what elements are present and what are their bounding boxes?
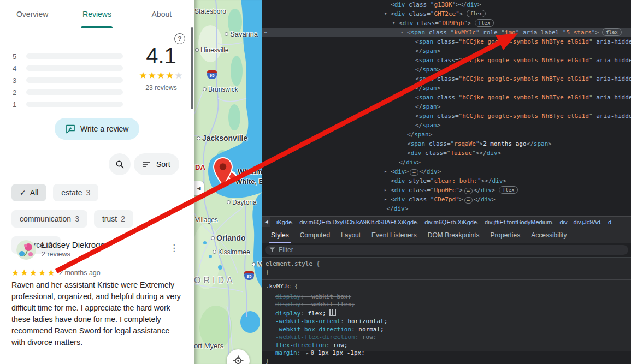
tab-overview[interactable]: Overview xyxy=(0,0,64,28)
histogram-row[interactable]: 4 xyxy=(13,62,123,74)
tab-reviews[interactable]: Reviews xyxy=(64,0,129,28)
breadcrumb-scroll-left-icon[interactable]: ◀ xyxy=(262,217,270,227)
avatar[interactable] xyxy=(16,240,36,260)
panel-scrollbar[interactable] xyxy=(191,27,193,109)
dom-node[interactable]: <div class="Tuisuc"></div> xyxy=(262,148,631,158)
review-author-meta: 2 reviews xyxy=(42,250,70,258)
help-icon[interactable]: ? xyxy=(174,33,185,44)
breadcrumb-item[interactable]: div.m6QErb.XiKgde. xyxy=(424,219,479,225)
divider xyxy=(0,148,194,148)
map-pin-cluster[interactable] xyxy=(210,157,238,192)
dom-node[interactable]: ▾<div class="DU9Pgb">flex xyxy=(262,19,631,28)
dom-node[interactable]: <span class="hCCjke google-symbols NhBTy… xyxy=(262,93,631,102)
dom-node[interactable]: </span> xyxy=(262,46,631,56)
dom-node[interactable]: </div> xyxy=(262,204,631,213)
css-property[interactable]: display: -webkit-box; xyxy=(266,293,631,301)
map-label: DA xyxy=(195,163,205,171)
screenshot-stage: OverviewReviewsAbout ? 54321 4.1 ★★★★★ 2… xyxy=(0,0,631,364)
devtools-tab-computed[interactable]: Computed xyxy=(294,227,335,243)
review-more-menu-icon[interactable]: ⋮ xyxy=(169,243,179,253)
css-property[interactable]: -webkit-flex-direction: row; xyxy=(266,333,631,342)
flex-badge[interactable]: flex xyxy=(602,28,622,36)
rate-review-icon xyxy=(66,124,75,134)
dom-node[interactable]: <span class="hCCjke google-symbols NhBTy… xyxy=(262,37,631,46)
breadcrumb-item[interactable]: div.m6QErb.DxyBCb.kA9KIf.dS8AEf.XiKgde. xyxy=(299,219,418,225)
histogram-row[interactable]: 5 xyxy=(13,50,123,62)
css-property[interactable]: -webkit-box-direction: normal; xyxy=(266,326,631,334)
chip-estate[interactable]: estate3 xyxy=(53,184,98,201)
rule-selector: .kvMYJc xyxy=(266,283,291,290)
css-property[interactable]: margin: ▸0 1px 1px -1px; xyxy=(266,349,631,357)
dom-node[interactable]: ▸<div class="CDe7pd">…</div> xyxy=(262,195,631,204)
devtools-tab-properties[interactable]: Properties xyxy=(485,227,526,243)
dom-node[interactable]: </span> xyxy=(262,65,631,74)
chip-communication[interactable]: communication3 xyxy=(11,210,87,228)
flex-badge[interactable]: flex xyxy=(475,19,494,27)
devtools-tab-dom-breakpoints[interactable]: DOM Breakpoints xyxy=(422,227,485,243)
histogram-row[interactable]: 3 xyxy=(13,74,123,86)
element-style-rule[interactable]: element.style { } xyxy=(262,258,631,280)
inline-expand-icon[interactable]: … xyxy=(464,197,473,204)
sort-label: Sort xyxy=(156,160,170,169)
dom-node[interactable]: </span> xyxy=(262,102,631,111)
twisty-closed-icon[interactable]: ▸ xyxy=(384,167,387,176)
dom-node[interactable]: <span class="hCCjke google-symbols NhBTy… xyxy=(262,74,631,83)
dom-node[interactable]: <div style="clear: both;"></div> xyxy=(262,176,631,186)
sort-button[interactable]: Sort xyxy=(134,153,179,175)
flex-badge[interactable]: flex xyxy=(467,10,486,17)
reviews-count[interactable]: 23 reviews xyxy=(133,84,190,92)
write-review-button[interactable]: Write a review xyxy=(55,118,139,140)
css-property[interactable]: flex-direction: row; xyxy=(266,342,631,350)
breadcrumb-item[interactable]: d xyxy=(608,219,611,225)
search-reviews-button[interactable] xyxy=(109,153,131,175)
map-label: ORIDA xyxy=(194,276,235,285)
chip-all[interactable]: ✓All xyxy=(11,184,46,201)
breadcrumb-item[interactable]: div.jJc9Ad. xyxy=(574,219,602,225)
css-property[interactable]: display: -webkit-flex; xyxy=(266,301,631,309)
dom-node[interactable]: <div class="g138K"></div> xyxy=(262,0,631,9)
flex-badge[interactable]: flex xyxy=(499,186,518,194)
devtools-tab-accessibility[interactable]: Accessibility xyxy=(526,227,572,243)
dom-node[interactable]: </div> xyxy=(262,158,631,167)
rating-stars: ★★★★★ xyxy=(133,70,190,81)
map-label: Daytona xyxy=(227,199,257,206)
dom-node[interactable]: <span class="hCCjke google-symbols NhBTy… xyxy=(262,56,631,65)
chip-trust[interactable]: trust2 xyxy=(94,210,133,228)
map-label: M xyxy=(252,261,262,268)
breadcrumb-item[interactable]: div xyxy=(559,219,567,225)
inline-expand-icon[interactable]: … xyxy=(410,169,418,176)
devtools-tab-styles[interactable]: Styles xyxy=(266,227,294,243)
kvmyjc-rule[interactable]: .kvMYJc { display: -webkit-box;display: … xyxy=(262,280,631,364)
twisty-open-icon[interactable]: ▾ xyxy=(392,19,395,28)
rating-histogram: 54321 xyxy=(13,50,123,110)
map-view[interactable]: StatesboroSavannaHinesvilleBrunswickJack… xyxy=(194,0,262,364)
breadcrumb-item[interactable]: div.jftiEf.fontBodyMedium. xyxy=(485,219,553,225)
histogram-row[interactable]: 2 xyxy=(13,86,123,98)
dom-node[interactable]: <span class="rsqaWe">2 months ago</span> xyxy=(262,139,631,148)
dom-node[interactable]: <span class="hCCjke google-symbols NhBTy… xyxy=(262,111,631,121)
twisty-open-icon[interactable]: ▾ xyxy=(384,9,387,19)
place-tabs: OverviewReviewsAbout xyxy=(0,0,194,28)
dom-node-selected[interactable]: …▾<span class="kvMYJc" role="img" aria-l… xyxy=(262,28,631,37)
inline-expand-icon[interactable]: … xyxy=(464,188,473,194)
breadcrumb-item[interactable]: iKgde. xyxy=(276,219,293,225)
flex-editor-icon[interactable] xyxy=(329,309,336,316)
dom-node[interactable]: </span> xyxy=(262,121,631,130)
dom-node[interactable]: ▾<div class="GHT2ce">flex xyxy=(262,9,631,19)
dom-node[interactable]: ▸<div class="Upo0Ec">…</div>flex xyxy=(262,186,631,195)
twisty-open-icon[interactable]: ▾ xyxy=(400,28,403,37)
review-author[interactable]: Lindsey Diekroger xyxy=(42,240,108,249)
dom-node[interactable]: </span> xyxy=(262,83,631,93)
styles-filter-input[interactable]: Filter xyxy=(265,245,628,255)
tab-about[interactable]: About xyxy=(129,0,194,28)
twisty-closed-icon[interactable]: ▸ xyxy=(384,195,387,204)
css-property[interactable]: display: flex; xyxy=(266,309,631,318)
dom-node[interactable]: </span> xyxy=(262,130,631,139)
collapse-panel-button[interactable]: ◀ xyxy=(194,181,204,195)
histogram-row[interactable]: 1 xyxy=(13,98,123,110)
dom-node[interactable]: ▸<div>…</div> xyxy=(262,167,631,176)
devtools-tab-event-listeners[interactable]: Event Listeners xyxy=(366,227,422,243)
css-property[interactable]: -webkit-box-orient: horizontal; xyxy=(266,318,631,326)
twisty-closed-icon[interactable]: ▸ xyxy=(384,186,387,195)
devtools-tab-layout[interactable]: Layout xyxy=(335,227,366,243)
